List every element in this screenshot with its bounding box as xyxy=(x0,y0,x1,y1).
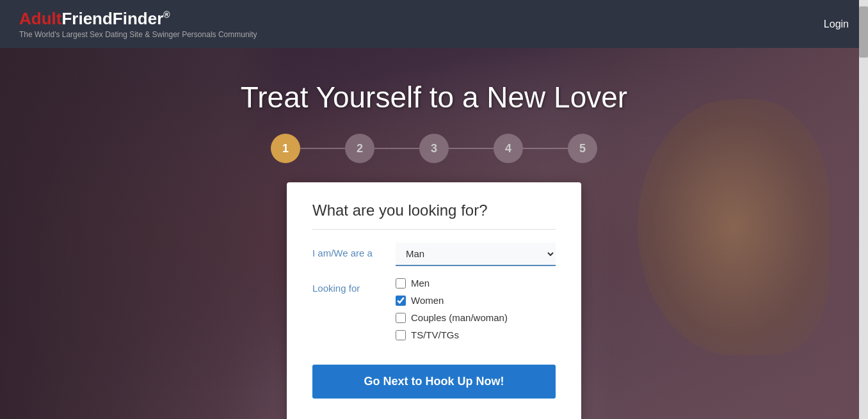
logo-tagline: The World's Largest Sex Dating Site & Sw… xyxy=(19,30,257,39)
header: AdultFriendFinder® The World's Largest S… xyxy=(0,0,868,48)
checkbox-men[interactable]: Men xyxy=(396,278,508,289)
checkbox-women-input[interactable] xyxy=(396,296,406,306)
step-line-3-4 xyxy=(449,148,494,149)
step-2[interactable]: 2 xyxy=(345,134,374,163)
form-card: What are you looking for? I am/We are a … xyxy=(287,182,581,419)
step-line-2-3 xyxy=(374,148,419,149)
checkbox-tstv-input[interactable] xyxy=(396,330,406,340)
step-1[interactable]: 1 xyxy=(271,134,300,163)
hero-hair xyxy=(638,99,830,355)
checkbox-women-label: Women xyxy=(411,295,444,306)
checkbox-couples-input[interactable] xyxy=(396,313,406,323)
hero-title: Treat Yourself to a New Lover xyxy=(241,80,627,115)
iam-row: I am/We are a Man Woman Couple xyxy=(312,242,556,266)
checkbox-women[interactable]: Women xyxy=(396,295,508,306)
scrollbar-thumb[interactable] xyxy=(859,6,868,58)
checkbox-men-input[interactable] xyxy=(396,278,406,289)
hero-section: Treat Yourself to a New Lover 1 2 3 4 5 … xyxy=(0,48,868,419)
step-line-1-2 xyxy=(300,148,345,149)
iam-label: I am/We are a xyxy=(312,242,396,258)
form-title: What are you looking for? xyxy=(312,202,556,230)
step-5[interactable]: 5 xyxy=(568,134,597,163)
logo-friend: FriendFinder xyxy=(61,9,163,28)
step-4[interactable]: 4 xyxy=(494,134,523,163)
checkboxes-container: Men Women Couples (man/woman) TS/TV/TGs xyxy=(396,278,508,340)
submit-button[interactable]: Go Next to Hook Up Now! xyxy=(312,365,556,399)
login-link[interactable]: Login xyxy=(824,19,849,30)
logo-adult: Adult xyxy=(19,9,61,28)
step-line-4-5 xyxy=(523,148,568,149)
checkbox-tstv-label: TS/TV/TGs xyxy=(411,329,459,340)
checkbox-men-label: Men xyxy=(411,278,430,289)
looking-for-label: Looking for xyxy=(312,278,396,294)
checkbox-tstv[interactable]: TS/TV/TGs xyxy=(396,329,508,340)
looking-for-row: Looking for Men Women Couples (man/woman… xyxy=(312,278,556,340)
iam-select[interactable]: Man Woman Couple xyxy=(396,242,556,266)
progress-steps: 1 2 3 4 5 xyxy=(271,134,597,163)
checkbox-couples-label: Couples (man/woman) xyxy=(411,312,508,323)
logo-registered: ® xyxy=(163,10,170,20)
logo: AdultFriendFinder® xyxy=(19,9,257,29)
checkbox-couples[interactable]: Couples (man/woman) xyxy=(396,312,508,323)
step-3[interactable]: 3 xyxy=(419,134,449,163)
logo-area: AdultFriendFinder® The World's Largest S… xyxy=(19,9,257,39)
scrollbar[interactable] xyxy=(859,0,868,419)
